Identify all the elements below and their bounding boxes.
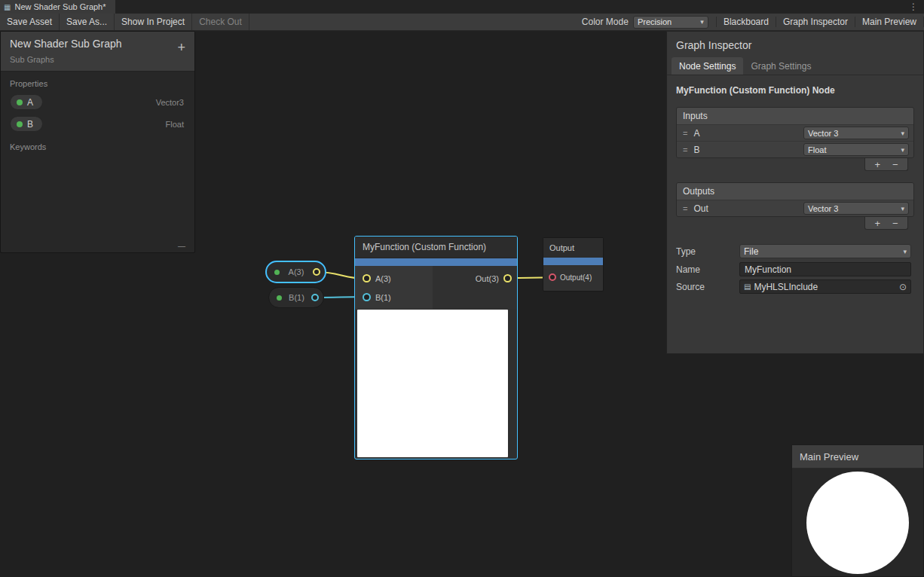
type-value: File <box>744 246 758 257</box>
remove-input-button[interactable]: − <box>892 160 898 169</box>
property-node-a[interactable]: A(3) <box>265 261 326 283</box>
port-label: A(3) <box>375 274 391 283</box>
output-port-icon[interactable] <box>313 268 320 276</box>
hlsl-file-icon: ▤ <box>744 282 751 291</box>
tab-strip: ▦ New Shader Sub Graph* ⋮ <box>0 0 924 14</box>
color-mode-value: Precision <box>638 17 672 26</box>
input-type-value: Vector 3 <box>808 129 838 138</box>
property-type: Float <box>166 120 184 129</box>
type-dropdown[interactable]: File ▾ <box>739 244 911 258</box>
property-name: B <box>27 119 33 130</box>
blackboard-panel: New Shader Sub Graph Sub Graphs + Proper… <box>0 31 195 253</box>
name-label: Name <box>676 264 739 275</box>
toolbar: Save Asset Save As... Show In Project Ch… <box>0 14 924 31</box>
add-output-button[interactable]: + <box>874 218 880 228</box>
check-out-button[interactable]: Check Out <box>192 14 249 30</box>
property-color-dot <box>277 295 282 301</box>
outputs-list-header: Outputs <box>677 183 913 200</box>
color-mode-label: Color Mode <box>582 17 633 27</box>
tab-node-settings[interactable]: Node Settings <box>672 57 743 75</box>
input-name: B <box>693 145 803 155</box>
property-color-dot <box>17 99 23 105</box>
property-pill[interactable]: B <box>10 116 43 132</box>
input-row-b[interactable]: = B Float ▾ <box>677 141 913 157</box>
main-preview-header[interactable]: Main Preview <box>792 445 923 469</box>
node-title: MyFunction (Custom Function) <box>355 237 517 258</box>
save-as-button[interactable]: Save As... <box>60 14 115 30</box>
graph-inspector-panel: Graph Inspector Node Settings Graph Sett… <box>666 31 924 354</box>
type-field-row: Type File ▾ <box>676 244 911 258</box>
source-value: MyHLSLInclude <box>754 282 895 292</box>
node-accent-strip <box>355 258 517 266</box>
show-in-project-button[interactable]: Show In Project <box>115 14 192 30</box>
name-field-row: Name <box>676 262 911 276</box>
input-port-output[interactable]: Output(4) <box>543 265 603 289</box>
port-icon[interactable] <box>549 273 556 281</box>
port-label: Out(3) <box>476 274 499 283</box>
property-pill[interactable]: A <box>10 94 43 110</box>
outputs-list: Outputs = Out Vector 3 ▾ <box>676 182 914 217</box>
object-picker-icon[interactable]: ⊙ <box>899 282 907 292</box>
output-port-icon[interactable] <box>311 294 319 301</box>
output-ports-column: Out(3) <box>433 266 517 309</box>
port-icon[interactable] <box>363 274 371 282</box>
property-node-label: B(1) <box>285 293 308 302</box>
main-preview-panel: Main Preview <box>791 444 924 577</box>
output-type-value: Vector 3 <box>808 204 838 213</box>
blackboard-header[interactable]: New Shader Sub Graph Sub Graphs + <box>1 32 194 72</box>
save-asset-button[interactable]: Save Asset <box>0 14 60 30</box>
chevron-down-icon: ▾ <box>903 248 907 255</box>
input-type-dropdown[interactable]: Float ▾ <box>803 143 909 156</box>
source-object-field[interactable]: ▤ MyHLSLInclude ⊙ <box>739 279 911 294</box>
property-type: Vector3 <box>156 98 184 107</box>
property-node-b[interactable]: B(1) <box>268 287 324 308</box>
property-color-dot <box>274 270 280 275</box>
output-row-out[interactable]: = Out Vector 3 ▾ <box>677 200 913 216</box>
keywords-section-label: Keywords <box>1 135 194 154</box>
inspector-title[interactable]: Graph Inspector <box>667 32 923 57</box>
inspector-tabs: Node Settings Graph Settings <box>667 57 923 75</box>
port-label: B(1) <box>375 293 391 302</box>
properties-section-label: Properties <box>1 72 194 91</box>
main-preview-toggle-button[interactable]: Main Preview <box>855 17 924 27</box>
blackboard-toggle-button[interactable]: Blackboard <box>716 17 776 27</box>
input-port-b[interactable]: B(1) <box>355 288 433 307</box>
property-row-a[interactable]: A Vector3 <box>1 91 194 113</box>
input-port-a[interactable]: A(3) <box>355 269 433 288</box>
port-icon[interactable] <box>503 274 512 282</box>
property-color-dot <box>17 121 23 127</box>
property-name: A <box>27 97 33 108</box>
add-input-button[interactable]: + <box>874 160 880 169</box>
remove-output-button[interactable]: − <box>892 218 898 228</box>
input-type-dropdown[interactable]: Vector 3 ▾ <box>803 127 909 139</box>
overflow-menu-icon[interactable]: ⋮ <box>903 0 924 14</box>
input-ports-column: A(3) B(1) <box>355 266 433 309</box>
output-type-dropdown[interactable]: Vector 3 ▾ <box>803 202 909 215</box>
input-type-value: Float <box>808 145 826 154</box>
source-field-row: Source ▤ MyHLSLInclude ⊙ <box>676 279 911 294</box>
resize-handle[interactable]: — <box>178 242 185 250</box>
drag-handle-icon[interactable]: = <box>683 204 687 213</box>
tab-title: New Shader Sub Graph* <box>14 2 106 11</box>
output-port-out[interactable]: Out(3) <box>433 269 517 288</box>
function-name-input[interactable] <box>739 262 911 276</box>
add-property-button[interactable]: + <box>177 41 185 54</box>
chevron-down-icon: ▾ <box>700 18 704 26</box>
property-row-b[interactable]: B Float <box>1 113 194 135</box>
color-mode-dropdown[interactable]: Precision ▾ <box>633 16 708 29</box>
drag-handle-icon[interactable]: = <box>683 145 687 154</box>
graph-inspector-toggle-button[interactable]: Graph Inspector <box>776 17 855 27</box>
main-preview-viewport[interactable] <box>792 469 923 576</box>
chevron-down-icon: ▾ <box>901 146 904 154</box>
document-tab[interactable]: ▦ New Shader Sub Graph* <box>0 0 115 14</box>
node-preview-image <box>357 310 508 457</box>
port-icon[interactable] <box>363 293 371 301</box>
custom-function-node[interactable]: MyFunction (Custom Function) A(3) B(1) O… <box>354 236 518 459</box>
outputs-list-footer: + − <box>864 217 908 230</box>
toolbar-right-group: Color Mode Precision ▾ Blackboard Graph … <box>582 14 924 30</box>
output-node[interactable]: Output Output(4) <box>543 237 604 292</box>
blackboard-title: New Shader Sub Graph <box>10 38 185 50</box>
tab-graph-settings[interactable]: Graph Settings <box>743 57 818 75</box>
input-row-a[interactable]: = A Vector 3 ▾ <box>677 124 913 141</box>
drag-handle-icon[interactable]: = <box>683 129 687 138</box>
